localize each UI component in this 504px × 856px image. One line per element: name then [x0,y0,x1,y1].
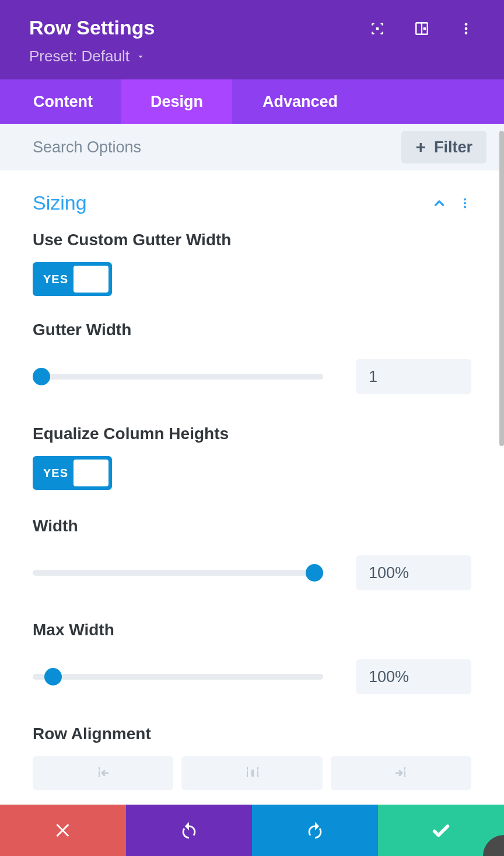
toggle-text: YES [43,467,68,480]
svg-rect-12 [99,774,100,777]
row-settings-modal: Row Settings [0,0,504,856]
modal-body: Sizing Use Custom Gutter Width YES Gutte… [0,170,504,856]
more-options-icon[interactable] [457,20,475,37]
label-row-alignment: Row Alignment [33,725,471,743]
modal-footer [0,805,504,856]
align-right-button[interactable] [331,756,471,790]
modal-title: Row Settings [29,16,155,39]
alignment-buttons [33,756,471,790]
slider-width[interactable] [33,564,323,582]
svg-point-9 [464,206,466,208]
value-width[interactable]: 100% [356,555,471,590]
value-max-width[interactable]: 100% [356,659,471,694]
svg-rect-20 [404,767,405,770]
redo-button[interactable] [252,805,378,856]
section-header-sizing: Sizing [33,192,471,214]
svg-point-8 [464,201,466,204]
svg-rect-10 [99,767,100,770]
value-gutter-width[interactable]: 1 [356,359,471,394]
scrollbar[interactable] [499,131,504,446]
svg-rect-15 [247,774,248,777]
slider-gutter-width[interactable] [33,368,323,385]
modal-header: Row Settings [0,0,504,79]
toggle-custom-gutter[interactable]: YES [33,262,112,296]
svg-point-6 [465,32,468,34]
svg-rect-19 [257,774,258,777]
chevron-down-icon [135,51,146,62]
align-left-button[interactable] [33,756,173,790]
preset-selector[interactable]: Preset: Default [29,47,475,65]
field-equalize: Equalize Column Heights YES [33,424,471,490]
svg-rect-18 [257,771,258,774]
toggle-text: YES [43,273,68,286]
slider-thumb[interactable] [306,564,323,582]
svg-rect-17 [257,767,258,770]
svg-rect-0 [376,27,379,30]
svg-rect-14 [247,771,248,774]
svg-rect-3 [424,27,426,30]
toggle-knob [74,266,108,293]
label-gutter-width: Gutter Width [33,321,471,339]
slider-thumb[interactable] [33,368,50,385]
section-title: Sizing [33,192,430,214]
label-max-width: Max Width [33,621,471,639]
align-center-button[interactable] [181,756,322,790]
settings-tabs: Content Design Advanced [0,79,504,124]
filter-label: Filter [434,138,473,156]
field-width: Width 100% [33,517,471,590]
label-custom-gutter: Use Custom Gutter Width [33,231,471,249]
svg-point-4 [465,23,468,26]
svg-rect-22 [404,774,405,777]
toggle-knob [74,460,108,486]
svg-point-5 [465,27,468,30]
toggle-equalize[interactable]: YES [33,456,112,490]
slider-thumb[interactable] [44,668,62,686]
tab-design[interactable]: Design [121,79,232,124]
filter-button[interactable]: + Filter [401,131,487,163]
header-icon-group [369,20,475,37]
section-more-icon[interactable] [459,197,471,210]
tab-content[interactable]: Content [0,79,121,124]
svg-point-7 [464,198,466,200]
label-width: Width [33,517,471,535]
field-custom-gutter: Use Custom Gutter Width YES [33,231,471,296]
tab-advanced[interactable]: Advanced [232,79,368,124]
label-equalize: Equalize Column Heights [33,424,471,443]
preset-label: Preset: Default [29,47,130,65]
slider-track [33,674,323,680]
svg-rect-11 [99,771,100,774]
undo-button[interactable] [126,805,252,856]
collapse-section-icon[interactable] [430,194,448,212]
responsive-preview-icon[interactable] [369,20,386,37]
search-input[interactable] [33,138,401,156]
modal-snap-icon[interactable] [413,20,430,37]
svg-rect-2 [421,23,422,34]
field-row-alignment: Row Alignment [33,725,471,790]
svg-rect-13 [247,767,248,770]
svg-rect-16 [251,770,254,777]
field-gutter-width: Gutter Width 1 [33,321,471,394]
cancel-button[interactable] [0,805,126,856]
slider-track [33,374,323,380]
options-search-bar: + Filter [0,124,504,170]
slider-max-width[interactable] [33,668,323,686]
svg-rect-21 [404,771,405,774]
field-max-width: Max Width 100% [33,621,471,694]
slider-track [33,570,323,576]
